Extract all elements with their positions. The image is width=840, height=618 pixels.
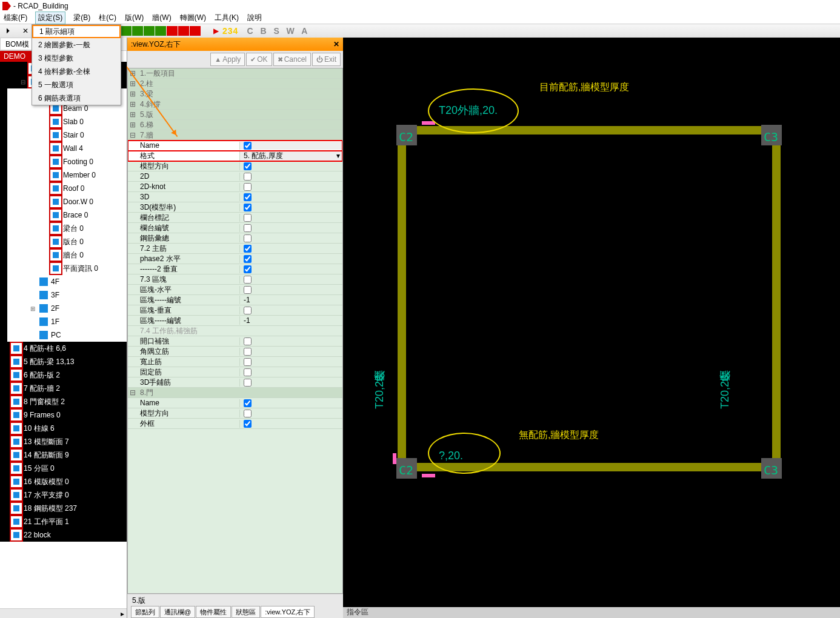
prop-row[interactable]: 區塊-垂直 (128, 305, 342, 316)
prop-row[interactable]: 7.4 工作筋,補強筋 (128, 326, 342, 336)
tree-item[interactable]: 14 配筋斷面 9 (7, 448, 127, 462)
prop-check[interactable] (244, 234, 252, 242)
menu-item-2[interactable]: 2 繪圖參數-一般 (32, 38, 121, 51)
tb-x-icon[interactable]: ✕ (19, 25, 32, 36)
prop-row[interactable]: 開口補強 (128, 336, 342, 347)
prop-row[interactable]: 格式5. 配筋,厚度▾ (128, 151, 342, 161)
tree-item[interactable]: 10 柱線 6 (7, 422, 127, 435)
prop-check[interactable] (244, 410, 252, 417)
tree-floor[interactable]: PC (7, 328, 127, 342)
tree-item[interactable]: 8 門窗模型 2 (7, 395, 127, 408)
prop-row[interactable]: 2D-knot (128, 182, 342, 192)
bottom-tab[interactable]: 通訊欄@ (160, 606, 195, 618)
tb-green8-icon[interactable] (155, 26, 166, 36)
prop-row[interactable]: 鋼筋彙總 (128, 233, 342, 244)
prop-check[interactable] (244, 224, 252, 232)
tree-item[interactable]: 15 分區 0 (7, 462, 127, 475)
chevron-down-icon[interactable]: ▾ (336, 151, 340, 160)
prop-row[interactable]: 7.2 主筋 (128, 244, 342, 254)
bottom-tab[interactable]: 節點列 (131, 606, 159, 618)
tb-red2-icon[interactable] (178, 26, 189, 36)
menu-tools[interactable]: 工具(K) (215, 13, 239, 23)
menu-wall[interactable]: 牆(W) (152, 13, 171, 23)
tb-3[interactable]: 3 (228, 26, 233, 36)
prop-row[interactable]: -------2 垂直 (128, 264, 342, 274)
prop-row[interactable]: 欄台標記 (128, 213, 342, 223)
prop-group[interactable]: ⊞4.斜撐 (128, 99, 342, 110)
prop-row[interactable]: 7.3 區塊 (128, 274, 342, 285)
tree-item[interactable]: 6 配筋-版 2 (7, 368, 127, 382)
menu-item-1[interactable]: 1 顯示細項 (32, 25, 121, 38)
tb-green5-icon[interactable] (121, 26, 132, 36)
prop-row[interactable]: Name (128, 398, 342, 408)
tab-bom[interactable]: BOM模 (0, 38, 35, 50)
tb-red3-icon[interactable] (190, 26, 201, 36)
prop-check[interactable] (244, 214, 252, 222)
tree-item[interactable]: 4 配筋-柱 6,6 (7, 342, 127, 355)
prop-group[interactable]: ⊟8.門 (128, 388, 342, 398)
prop-check[interactable] (244, 420, 252, 428)
prop-check[interactable] (244, 286, 252, 294)
tree-item[interactable]: Footing 0 (7, 155, 127, 168)
exit-button[interactable]: ⏻Exit (312, 53, 341, 66)
menu-help[interactable]: 說明 (247, 13, 262, 23)
menu-file[interactable]: 檔案(F) (4, 13, 27, 23)
bottom-tab[interactable]: 狀態區 (232, 606, 260, 618)
tree-item[interactable]: 17 水平支撐 0 (7, 488, 127, 502)
tb-4[interactable]: 4 (233, 26, 238, 36)
property-list[interactable]: ⊞1.一般項目⊞2.柱⊞3.梁⊞4.斜撐⊞5.版⊞6.梯⊟7.牆Name格式5.… (127, 68, 343, 594)
tb-2[interactable]: 2 (222, 26, 227, 36)
prop-check[interactable] (244, 245, 252, 253)
prop-row[interactable]: 3D(模型串) (128, 202, 342, 213)
menu-column[interactable]: 柱(C) (99, 13, 116, 23)
prop-check[interactable] (244, 204, 252, 211)
viewport[interactable]: C2 C3 C2 C3 T20外牆,20. T20外牆,20. T20外牆,20… (343, 38, 840, 618)
tree-item[interactable]: 13 模型斷面 7 (7, 435, 127, 448)
tree-floor[interactable]: 3F (7, 288, 127, 302)
prop-row[interactable]: phase2 水平 (128, 254, 342, 264)
menu-slab[interactable]: 版(W) (125, 13, 144, 23)
cancel-button[interactable]: ✖Cancel (273, 53, 311, 66)
tree-floor[interactable]: ⊞2F (7, 302, 127, 315)
prop-check[interactable] (244, 162, 252, 170)
menu-beam[interactable]: 梁(B) (73, 13, 90, 23)
tb-green6-icon[interactable] (132, 26, 143, 36)
tree-item[interactable]: 牆台 0 (7, 248, 127, 262)
tree-item[interactable]: 16 模版模型 0 (7, 475, 127, 488)
tree-item[interactable]: 梁台 0 (7, 222, 127, 235)
prop-check[interactable] (244, 255, 252, 263)
prop-group[interactable]: ⊞2.柱 (128, 79, 342, 89)
tree-item[interactable]: Roof 0 (7, 182, 127, 195)
prop-row[interactable]: 3D (128, 192, 342, 202)
menu-settings[interactable]: 設定(S) (36, 12, 65, 24)
prop-group[interactable]: ⊟7.牆 (128, 130, 342, 141)
tree-item[interactable]: 7 配筋-牆 2 (7, 382, 127, 395)
bottom-tab[interactable]: 物件屬性 (196, 606, 231, 618)
prop-row[interactable]: 固定筋 (128, 367, 342, 377)
prop-check[interactable] (244, 183, 252, 191)
prop-check[interactable] (244, 265, 252, 273)
tree-floor[interactable]: 1F (7, 315, 127, 328)
prop-row[interactable]: 欄台編號 (128, 223, 342, 233)
tb-flag-icon[interactable]: 🞂 (2, 25, 15, 36)
tree-item[interactable]: Brace 0 (7, 208, 127, 222)
tree-item[interactable]: 9 Frames 0 (7, 408, 127, 422)
prop-row[interactable]: 區塊-水平 (128, 285, 342, 295)
menu-item-6[interactable]: 6 鋼筋表選項 (32, 91, 121, 105)
menu-item-3[interactable]: 3 模型參數 (32, 51, 121, 65)
tree-item[interactable]: 18 鋼筋模型 237 (7, 502, 127, 515)
prop-row[interactable]: 區塊-----編號-1 (128, 316, 342, 326)
prop-group[interactable]: ⊞6.梯 (128, 120, 342, 130)
menu-convert[interactable]: 轉圖(W) (180, 13, 206, 23)
tb-cbswa[interactable]: C B S W A (247, 26, 310, 36)
prop-row[interactable]: 寬止筋 (128, 357, 342, 367)
tree-item[interactable]: 平面資訊 0 (7, 262, 127, 275)
tree-item[interactable]: 22 block (7, 528, 127, 542)
tree-item[interactable]: Slab 0 (7, 115, 127, 128)
tree-item[interactable]: Stair 0 (7, 128, 127, 142)
prop-check[interactable] (244, 307, 252, 314)
prop-check[interactable] (244, 276, 252, 284)
tree-item[interactable]: 5 配筋-梁 13,13 (7, 355, 127, 368)
prop-row[interactable]: 2D (128, 171, 342, 182)
prop-check[interactable] (244, 173, 252, 181)
